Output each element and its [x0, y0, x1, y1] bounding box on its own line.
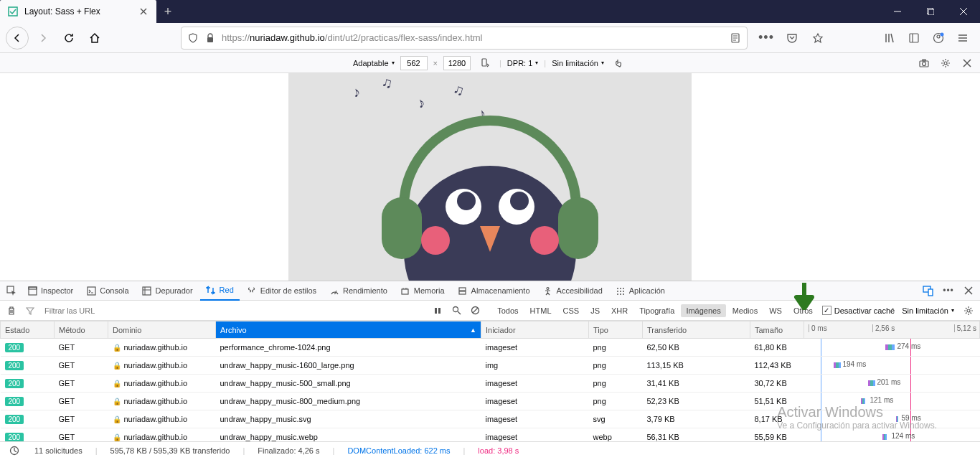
tab-storage-label: Almacenamiento [471, 286, 530, 295]
cell-size: 112,43 KB [750, 357, 804, 375]
devtools-tabs: Inspector Consola Depurador Red Editor d… [0, 281, 980, 301]
home-button[interactable] [83, 27, 106, 50]
account-button[interactable] [927, 27, 950, 50]
network-pause-button[interactable] [430, 304, 445, 318]
col-initiator[interactable]: Iniciador [481, 321, 589, 339]
styles-icon [247, 286, 257, 296]
filter-html[interactable]: HTML [525, 304, 557, 317]
bookmark-button[interactable] [806, 27, 829, 50]
annotation-arrow-icon [793, 281, 815, 310]
tab-memory[interactable]: Memoria [395, 281, 451, 301]
tab-network[interactable]: Red [200, 281, 240, 301]
svg-point-22 [923, 62, 926, 65]
window-maximize-button[interactable] [914, 0, 947, 23]
tab-accessibility[interactable]: Accesibilidad [537, 281, 608, 301]
forward-button[interactable] [32, 27, 55, 50]
reload-button[interactable] [57, 27, 80, 50]
svg-rect-20 [482, 59, 486, 66]
sidebar-button[interactable] [903, 27, 925, 50]
sort-asc-icon: ▲ [470, 327, 476, 334]
rdm-touch-button[interactable] [610, 55, 627, 72]
network-block-button[interactable] [468, 304, 482, 318]
tab-application-label: Aplicación [629, 286, 665, 295]
rdm-screenshot-button[interactable] [915, 55, 933, 72]
filter-css[interactable]: CSS [558, 304, 585, 317]
network-filter-input[interactable] [42, 303, 242, 319]
rdm-height-input[interactable] [443, 56, 471, 70]
tab-inspector[interactable]: Inspector [22, 281, 79, 301]
url-bar[interactable]: https://nuriadaw.github.io/dint/ut2/prac… [181, 27, 748, 50]
cell-initiator: imageset [481, 375, 589, 393]
status-dcl: DOMContentLoaded: 622 ms [347, 446, 450, 455]
devtools-rdm-button[interactable] [920, 282, 937, 299]
tab-storage[interactable]: Almacenamiento [452, 281, 536, 301]
col-domain[interactable]: Dominio [108, 321, 216, 339]
filter-images[interactable]: Imágenes [681, 304, 725, 317]
svg-rect-27 [29, 287, 37, 289]
page-actions-button[interactable]: ••• [755, 27, 778, 50]
filter-js[interactable]: JS [585, 304, 605, 317]
col-size[interactable]: Tamaño [750, 321, 804, 339]
rdm-width-input[interactable] [400, 56, 428, 70]
tab-close-button[interactable] [138, 6, 149, 17]
disable-cache-label: Desactivar caché [834, 306, 895, 315]
cell-method: GET [55, 375, 108, 393]
network-throttle-select[interactable]: Sin limitación▾ [902, 306, 954, 315]
rdm-throttle-select[interactable]: Sin limitación▾ [552, 59, 604, 67]
rdm-device-select[interactable]: Adaptable▾ [353, 59, 395, 67]
window-minimize-button[interactable] [881, 0, 914, 23]
library-button[interactable] [878, 27, 901, 50]
tab-console[interactable]: Consola [80, 281, 134, 301]
element-picker-button[interactable] [3, 282, 20, 299]
col-waterfall[interactable]: 0 ms 2,56 s 5,12 s [804, 321, 980, 339]
svg-point-42 [623, 291, 624, 292]
col-status[interactable]: Estado [1, 321, 55, 339]
window-close-button[interactable] [947, 0, 980, 23]
filter-ws[interactable]: WS [764, 304, 787, 317]
cell-method: GET [55, 428, 108, 442]
table-row[interactable]: 200GET🔒nuriadaw.github.ioundraw_happy_mu… [1, 357, 980, 375]
app-menu-button[interactable] [951, 27, 974, 50]
browser-tab[interactable]: Layout: Sass + Flex [0, 0, 156, 23]
tab-styles[interactable]: Editor de estilos [241, 281, 322, 301]
network-search-button[interactable] [449, 304, 463, 318]
page-content[interactable]: ♪ ♫ ♪ ♫ ♪ [288, 73, 692, 281]
lock-icon: 🔒 [113, 362, 121, 370]
rdm-dpr-select[interactable]: DPR: 1▾ [507, 59, 538, 67]
network-settings-button[interactable] [961, 304, 976, 318]
new-tab-button[interactable]: + [156, 0, 179, 23]
filter-all[interactable]: Todos [492, 304, 523, 317]
reader-mode-icon[interactable] [730, 32, 741, 44]
svg-point-16 [941, 32, 944, 36]
disable-cache-checkbox[interactable]: ✓Desactivar caché [822, 306, 895, 315]
table-row[interactable]: 200GET🔒nuriadaw.github.ioundraw_happy_mu… [1, 375, 980, 393]
cell-method: GET [55, 339, 108, 357]
devtools-more-button[interactable]: ••• [940, 282, 957, 299]
rdm-rotate-button[interactable] [476, 55, 494, 72]
table-row[interactable]: 200GET🔒nuriadaw.github.ioperformance_chr… [1, 339, 980, 357]
col-type[interactable]: Tipo [589, 321, 643, 339]
rdm-settings-button[interactable] [937, 55, 954, 72]
waterfall-cell: 201 ms [804, 375, 980, 392]
devtools-close-button[interactable] [960, 282, 977, 299]
cell-file: undraw_happy_music.webp [216, 428, 481, 442]
col-method[interactable]: Método [55, 321, 108, 339]
cell-type: svg [589, 410, 643, 428]
back-button[interactable] [6, 27, 29, 50]
performance-analysis-button[interactable] [7, 443, 22, 458]
save-pocket-button[interactable] [781, 27, 804, 50]
filter-xhr[interactable]: XHR [606, 304, 633, 317]
watermark-sub: Ve a Configuración para activar Windows. [777, 421, 937, 431]
cell-transferred: 52,23 KB [643, 393, 750, 410]
network-clear-button[interactable] [4, 304, 19, 318]
tab-debugger[interactable]: Depurador [136, 281, 199, 301]
status-badge: 200 [5, 361, 24, 370]
filter-fonts[interactable]: Tipografía [634, 304, 679, 317]
col-file[interactable]: Archivo▲ [216, 321, 481, 339]
rdm-close-button[interactable] [958, 55, 976, 72]
tab-application[interactable]: Aplicación [610, 281, 671, 301]
filter-media[interactable]: Medios [727, 304, 763, 317]
tab-performance[interactable]: Rendimiento [324, 281, 393, 301]
tab-network-label: Red [220, 286, 234, 294]
col-transferred[interactable]: Transferido [643, 321, 750, 339]
